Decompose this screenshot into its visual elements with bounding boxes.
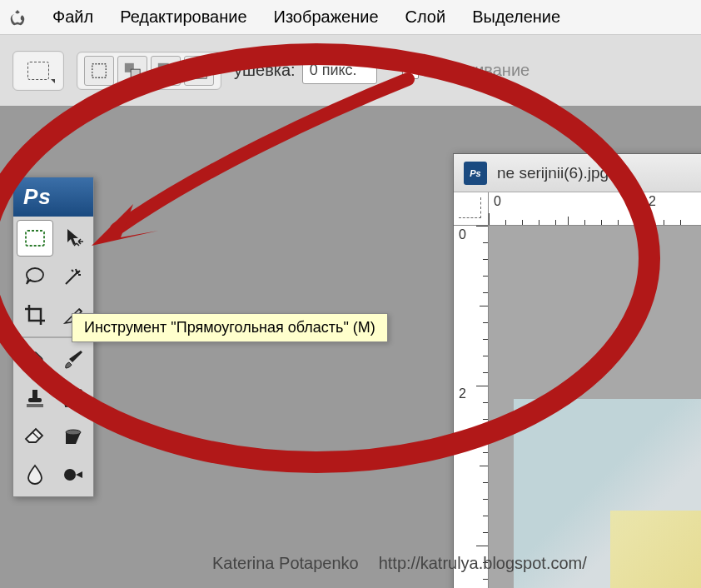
brush-tool-button[interactable] (55, 341, 92, 378)
svg-point-15 (64, 469, 76, 481)
ps-file-icon: Ps (464, 162, 487, 185)
options-bar: ушёвка: Сглаживание (0, 35, 701, 107)
menu-edit[interactable]: Редактирование (107, 7, 260, 27)
svg-rect-4 (164, 69, 173, 78)
stamp-tool-button[interactable] (17, 380, 53, 416)
wand-tool-button[interactable] (55, 258, 92, 295)
ps-logo: Ps (13, 177, 93, 217)
svg-rect-13 (27, 404, 43, 407)
selection-new-button[interactable] (84, 56, 114, 86)
eraser-tool-button[interactable] (17, 418, 53, 455)
crop-tool-button[interactable] (17, 296, 53, 333)
document-title: ne serijnii(6).jpg (497, 164, 609, 182)
svg-rect-2 (131, 69, 140, 78)
svg-rect-7 (196, 67, 201, 73)
menu-image[interactable]: Изображение (261, 7, 392, 27)
feather-label: ушёвка: (234, 61, 296, 80)
apple-icon (8, 8, 27, 27)
watermark-url: http://katrulya.blogspot.com/ (379, 554, 587, 573)
ruler-v-0: 0 (459, 227, 466, 242)
healing-tool-button[interactable] (17, 341, 53, 378)
menu-select[interactable]: Выделение (459, 7, 574, 27)
document-window: Ps ne serijnii(6).jpg 0 2 (453, 153, 701, 588)
tool-preset[interactable] (12, 51, 64, 91)
menu-file[interactable]: Файл (39, 7, 107, 27)
dodge-tool-button[interactable] (55, 456, 92, 493)
selection-subtract-button[interactable] (151, 56, 181, 86)
watermark-author: Katerina Potapenko (212, 554, 359, 573)
blur-tool-button[interactable] (17, 456, 53, 493)
selection-modes (77, 52, 221, 90)
svg-point-9 (76, 271, 79, 274)
antialias-checkbox[interactable] (402, 62, 419, 79)
selection-intersect-button[interactable] (184, 56, 214, 86)
gradient-tool-button[interactable] (55, 418, 92, 455)
workspace: Ps (0, 107, 701, 588)
svg-rect-11 (32, 390, 37, 398)
menu-bar: Файл Редактирование Изображение Слой Выд… (0, 0, 701, 35)
watermark: Katerina Potapenko http://katrulya.blogs… (212, 554, 587, 573)
ruler-h-2: 2 (649, 194, 656, 209)
menu-layer[interactable]: Слой (392, 7, 460, 27)
tooltip: Инструмент "Прямоугольная область" (M) (72, 313, 388, 342)
ruler-origin[interactable] (454, 192, 489, 226)
lasso-tool-button[interactable] (17, 258, 53, 295)
canvas[interactable] (489, 226, 701, 588)
antialias-label: Сглаживание (427, 61, 530, 80)
selection-add-button[interactable] (117, 56, 147, 86)
move-tool-button[interactable] (55, 220, 92, 257)
ruler-vertical[interactable]: 0 2 (454, 226, 489, 588)
svg-point-14 (66, 430, 81, 435)
ruler-h-0: 0 (494, 194, 501, 209)
svg-rect-12 (28, 398, 42, 402)
feather-input[interactable] (302, 57, 377, 84)
marquee-preview-icon (18, 55, 58, 87)
history-brush-button[interactable] (55, 380, 92, 416)
ruler-v-2: 2 (459, 386, 466, 401)
svg-rect-8 (26, 231, 44, 246)
marquee-tool-button[interactable] (17, 220, 53, 257)
document-titlebar[interactable]: Ps ne serijnii(6).jpg (454, 154, 701, 192)
ruler-horizontal[interactable]: 0 2 (489, 192, 701, 226)
svg-rect-0 (92, 63, 107, 77)
